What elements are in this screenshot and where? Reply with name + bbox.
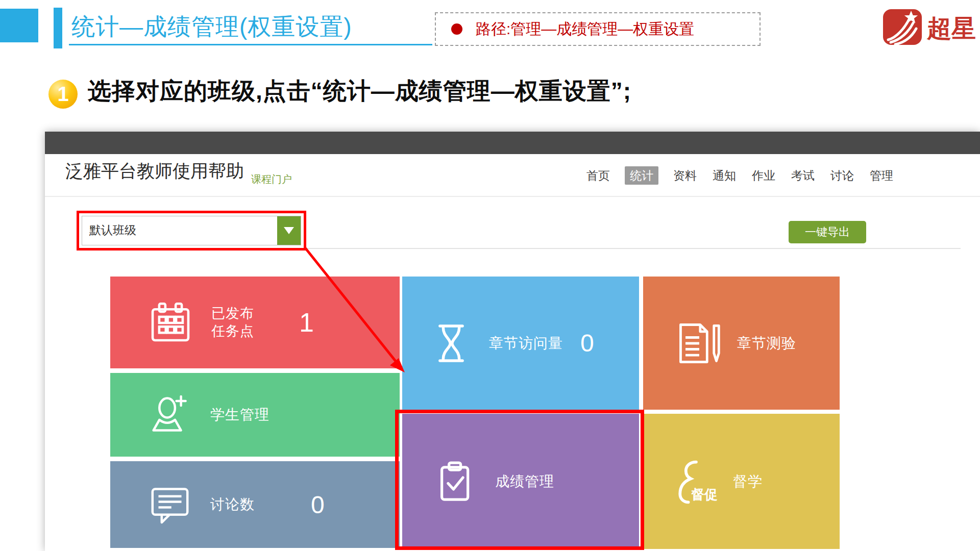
tile-label-line2: 任务点 <box>211 322 254 340</box>
path-text: 路径:管理—成绩管理—权重设置 <box>476 19 694 40</box>
tile-label: 学生管理 <box>210 405 270 424</box>
step-text: 选择对应的班级,点击“统计—成绩管理—权重设置”; <box>88 76 631 107</box>
tile-discussions[interactable]: 讨论数 0 <box>110 461 400 548</box>
tile-label: 成绩管理 <box>495 472 554 491</box>
hourglass-icon <box>428 320 475 367</box>
step-number-badge: 1 <box>48 80 78 109</box>
tile-supervise[interactable]: 督促 督学 <box>643 414 840 549</box>
nav-item-home[interactable]: 首页 <box>585 166 611 185</box>
platform-screenshot-window: 泛雅平台教师使用帮助 课程门户 首页 统计 资料 通知 作业 考试 讨论 管理 … <box>45 132 980 551</box>
platform-title: 泛雅平台教师使用帮助 <box>65 159 244 183</box>
chevron-down-icon <box>284 227 294 234</box>
tile-label: 讨论数 <box>210 495 255 514</box>
tile-label: 章节访问量 <box>489 334 563 353</box>
tile-label: 已发布 任务点 <box>211 305 254 340</box>
class-dropdown-button[interactable] <box>277 216 301 245</box>
tile-student-management[interactable]: 学生管理 <box>110 373 400 457</box>
logo-text: 超星 <box>926 15 976 42</box>
path-note: 路径:管理—成绩管理—权重设置 <box>435 12 761 46</box>
tile-chapter-quiz[interactable]: 章节测验 <box>643 277 840 410</box>
clipboard-check-icon <box>433 459 478 504</box>
tile-value: 0 <box>311 491 325 519</box>
calendar-icon <box>147 299 194 346</box>
bullet-icon <box>451 23 462 35</box>
slide: 统计—成绩管理(权重设置) 路径:管理—成绩管理—权重设置 超星 1 选择对应的… <box>0 0 980 551</box>
tile-label: 章节测验 <box>737 334 796 353</box>
title-underline <box>69 44 432 45</box>
class-dropdown[interactable]: 默认班级 <box>82 216 301 245</box>
tile-value: 0 <box>580 329 594 357</box>
nav-item-homework[interactable]: 作业 <box>751 166 776 185</box>
supervise-icon-wrap: 督促 <box>671 457 720 506</box>
chaoxing-logo-graphic: 超星 <box>882 4 979 49</box>
step-row: 1 选择对应的班级,点击“统计—成绩管理—权重设置”; <box>0 71 980 112</box>
document-pen-icon <box>674 319 723 368</box>
nav-item-manage[interactable]: 管理 <box>869 166 894 185</box>
tile-published-tasks[interactable]: 已发布 任务点 1 <box>110 277 400 368</box>
comment-icon <box>147 482 193 528</box>
nav-item-discussion[interactable]: 讨论 <box>829 166 855 185</box>
chaoxing-logo: 超星 <box>882 4 979 49</box>
tile-label: 督学 <box>733 472 763 491</box>
decor-square <box>0 9 38 42</box>
nav-item-exams[interactable]: 考试 <box>790 166 816 185</box>
class-dropdown-highlight: 默认班级 <box>77 211 306 251</box>
nav-item-materials[interactable]: 资料 <box>672 166 698 185</box>
browser-topbar <box>45 132 980 154</box>
nav-item-notifications[interactable]: 通知 <box>712 166 737 185</box>
tile-value: 1 <box>299 307 314 338</box>
page-title: 统计—成绩管理(权重设置) <box>71 11 352 43</box>
main-nav: 首页 统计 资料 通知 作业 考试 讨论 管理 <box>585 166 894 185</box>
nav-item-statistics[interactable]: 统计 <box>625 166 658 185</box>
supervise-icon-text: 督促 <box>691 486 718 504</box>
tile-grade-management[interactable]: 成绩管理 <box>402 414 639 549</box>
export-button[interactable]: 一键导出 <box>789 221 866 243</box>
divider <box>45 196 980 197</box>
tile-chapter-visits[interactable]: 章节访问量 0 <box>402 277 639 410</box>
tile-label-line1: 已发布 <box>211 305 254 322</box>
decor-bar <box>54 8 62 48</box>
course-portal-link[interactable]: 课程门户 <box>251 172 292 186</box>
class-dropdown-value: 默认班级 <box>82 216 277 245</box>
add-user-icon <box>147 392 193 438</box>
